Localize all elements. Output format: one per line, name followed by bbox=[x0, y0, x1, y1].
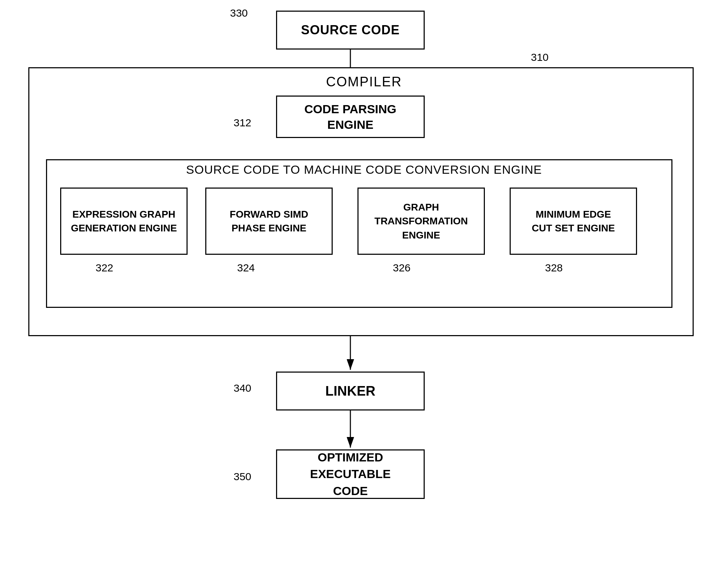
graph-transformation-engine-box: GRAPHTRANSFORMATIONENGINE bbox=[357, 188, 485, 255]
forward-simd-engine-box: FORWARD SIMDPHASE ENGINE bbox=[205, 188, 333, 255]
minimum-edge-cut-label: MINIMUM EDGECUT SET ENGINE bbox=[532, 207, 615, 235]
label-312: 312 bbox=[234, 117, 251, 129]
linker-label: LINKER bbox=[325, 384, 375, 399]
optimized-label: OPTIMIZEDEXECUTABLECODE bbox=[310, 449, 391, 500]
source-code-box: SOURCE CODE bbox=[276, 11, 425, 50]
source-code-label: SOURCE CODE bbox=[301, 23, 400, 38]
label-340: 340 bbox=[234, 382, 251, 394]
diagram-container: SOURCE CODE 330 310 COMPILER CODE PARSIN… bbox=[0, 0, 728, 569]
compiler-label: COMPILER bbox=[0, 74, 728, 90]
minimum-edge-cut-engine-box: MINIMUM EDGECUT SET ENGINE bbox=[510, 188, 637, 255]
forward-simd-label: FORWARD SIMDPHASE ENGINE bbox=[230, 207, 308, 235]
optimized-executable-box: OPTIMIZEDEXECUTABLECODE bbox=[276, 449, 425, 499]
label-326: 326 bbox=[393, 262, 411, 274]
code-parsing-label: CODE PARSINGENGINE bbox=[304, 101, 396, 132]
label-322: 322 bbox=[96, 262, 113, 274]
graph-transformation-label: GRAPHTRANSFORMATIONENGINE bbox=[374, 200, 468, 242]
label-310: 310 bbox=[531, 51, 549, 63]
expression-graph-label: EXPRESSION GRAPHGENERATION ENGINE bbox=[71, 207, 177, 235]
expression-graph-engine-box: EXPRESSION GRAPHGENERATION ENGINE bbox=[60, 188, 188, 255]
label-324: 324 bbox=[237, 262, 255, 274]
code-parsing-engine-box: CODE PARSINGENGINE bbox=[276, 96, 425, 138]
conversion-label: SOURCE CODE TO MACHINE CODE CONVERSION E… bbox=[0, 163, 728, 177]
label-330: 330 bbox=[230, 7, 248, 19]
label-350: 350 bbox=[234, 471, 251, 483]
label-328: 328 bbox=[545, 262, 563, 274]
linker-box: LINKER bbox=[276, 372, 425, 410]
